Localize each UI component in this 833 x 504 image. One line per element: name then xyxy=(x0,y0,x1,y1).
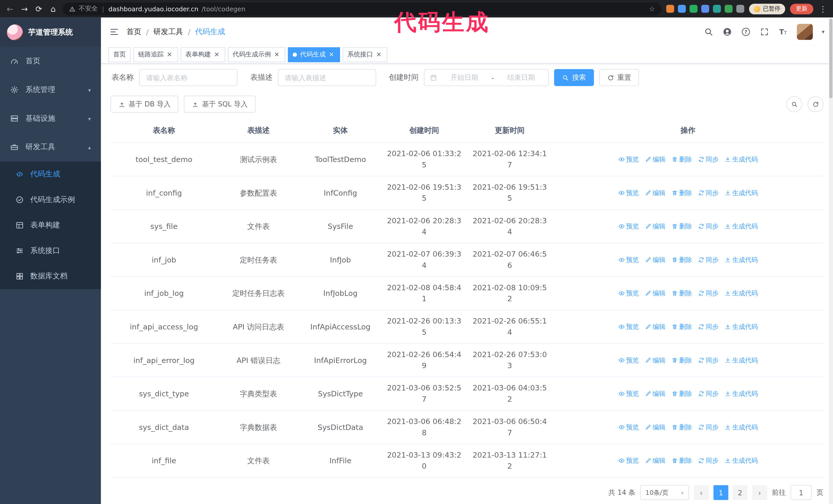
op-edit-link[interactable]: 编辑 xyxy=(645,422,665,433)
extension-puzzle-icon[interactable] xyxy=(736,5,744,13)
tab-表单构建[interactable]: 表单构建 × xyxy=(181,47,225,62)
sidebar-item-dev[interactable]: 研发工具 ▴ xyxy=(0,133,101,162)
page-button-1[interactable]: 1 xyxy=(714,485,729,500)
show-search-toggle[interactable] xyxy=(786,96,802,112)
browser-back-icon[interactable]: ← xyxy=(5,4,15,14)
op-delete-link[interactable]: 删除 xyxy=(671,288,692,299)
sidebar-subitem-codegen[interactable]: 代码生成 xyxy=(0,162,101,187)
breadcrumb-item[interactable]: 首页 xyxy=(126,27,141,37)
browser-forward-icon[interactable]: → xyxy=(20,4,29,14)
table-row[interactable]: tool_test_demo 测试示例表 ToolTestDemo 2021-0… xyxy=(111,143,824,176)
sidebar-subitem-form-builder[interactable]: 表单构建 xyxy=(0,213,101,238)
table-row[interactable]: inf_file 文件表 InfFile 2021-03-13 09:43:20… xyxy=(111,444,824,478)
op-generate-link[interactable]: 生成代码 xyxy=(724,254,758,266)
search-button[interactable]: 搜索 xyxy=(554,69,594,86)
op-sync-link[interactable]: 同步 xyxy=(698,187,718,199)
sidebar-item-infra[interactable]: 基础设施 ▾ xyxy=(0,104,101,133)
refresh-table-button[interactable] xyxy=(808,96,824,112)
extension-capture-icon[interactable] xyxy=(713,5,721,13)
extension-check-icon[interactable] xyxy=(689,5,697,13)
prev-page-button[interactable]: ‹ xyxy=(694,485,709,500)
op-generate-link[interactable]: 生成代码 xyxy=(724,388,758,400)
extension-people-icon[interactable] xyxy=(701,5,709,13)
op-delete-link[interactable]: 删除 xyxy=(671,187,692,199)
import-sql-button[interactable]: 基于 SQL 导入 xyxy=(184,96,256,113)
op-sync-link[interactable]: 同步 xyxy=(698,455,718,466)
table-row[interactable]: sys_file 文件表 SysFile 2021-02-06 20:28:34… xyxy=(111,210,824,243)
op-preview-link[interactable]: 预览 xyxy=(618,388,639,400)
table-row[interactable]: inf_api_error_log API 错误日志 InfApiErrorLo… xyxy=(111,343,824,377)
scrollbar-thumb[interactable] xyxy=(829,19,832,98)
op-generate-link[interactable]: 生成代码 xyxy=(724,455,758,466)
tab-close-icon[interactable]: × xyxy=(375,51,382,58)
op-preview-link[interactable]: 预览 xyxy=(618,321,639,333)
op-preview-link[interactable]: 预览 xyxy=(618,355,639,366)
address-bar[interactable]: 不安全 | dashboard.yudao.iocoder.cn /tool/c… xyxy=(63,2,662,15)
sidebar-item-home[interactable]: 首页 xyxy=(0,47,101,75)
page-scrollbar[interactable] xyxy=(829,18,833,504)
extension-drop-icon[interactable] xyxy=(678,5,686,13)
table-row[interactable]: sys_dict_type 字典类型表 SysDictType 2021-03-… xyxy=(111,377,824,411)
op-sync-link[interactable]: 同步 xyxy=(698,388,718,400)
op-edit-link[interactable]: 编辑 xyxy=(645,455,665,466)
tab-close-icon[interactable]: × xyxy=(328,51,335,58)
op-generate-link[interactable]: 生成代码 xyxy=(724,187,758,199)
reset-button[interactable]: 重置 xyxy=(599,69,639,86)
op-sync-link[interactable]: 同步 xyxy=(698,355,718,366)
font-size-icon[interactable] xyxy=(778,27,788,37)
tab-close-icon[interactable]: × xyxy=(166,51,173,58)
op-delete-link[interactable]: 删除 xyxy=(671,355,692,366)
op-generate-link[interactable]: 生成代码 xyxy=(724,154,758,165)
table-row[interactable]: inf_job_log 定时任务日志表 InfJobLog 2021-02-08… xyxy=(111,277,824,310)
op-edit-link[interactable]: 编辑 xyxy=(645,221,665,232)
op-delete-link[interactable]: 删除 xyxy=(671,321,692,333)
fullscreen-icon[interactable] xyxy=(760,27,769,37)
tab-代码生成示例[interactable]: 代码生成示例 × xyxy=(228,47,285,62)
op-delete-link[interactable]: 删除 xyxy=(671,221,692,232)
tab-close-icon[interactable]: × xyxy=(213,51,220,58)
op-sync-link[interactable]: 同步 xyxy=(698,254,718,266)
op-generate-link[interactable]: 生成代码 xyxy=(724,221,758,232)
help-icon[interactable] xyxy=(741,27,751,37)
breadcrumb-item[interactable]: 代码生成 xyxy=(195,27,225,37)
op-delete-link[interactable]: 删除 xyxy=(671,388,692,400)
tab-代码生成[interactable]: 代码生成 × xyxy=(288,47,340,62)
chevron-down-icon[interactable]: ▾ xyxy=(822,29,824,35)
table-desc-input[interactable] xyxy=(278,69,376,86)
op-edit-link[interactable]: 编辑 xyxy=(645,321,665,333)
op-edit-link[interactable]: 编辑 xyxy=(645,388,665,400)
op-preview-link[interactable]: 预览 xyxy=(618,187,639,199)
op-sync-link[interactable]: 同步 xyxy=(698,321,718,333)
tab-close-icon[interactable]: × xyxy=(273,51,280,58)
table-row[interactable]: inf_config 参数配置表 InfConfig 2021-02-06 19… xyxy=(111,176,824,210)
op-edit-link[interactable]: 编辑 xyxy=(645,154,665,165)
page-size-select[interactable]: 10条/页 ▾ xyxy=(640,485,689,500)
op-preview-link[interactable]: 预览 xyxy=(618,221,639,232)
op-delete-link[interactable]: 删除 xyxy=(671,254,692,266)
op-delete-link[interactable]: 删除 xyxy=(671,154,692,165)
sidebar-subitem-codegen-demo[interactable]: 代码生成示例 xyxy=(0,187,101,213)
browser-update-button[interactable]: 更新 xyxy=(790,3,813,14)
sidebar-item-system[interactable]: 系统管理 ▾ xyxy=(0,75,101,104)
op-preview-link[interactable]: 预览 xyxy=(618,254,639,266)
next-page-button[interactable]: › xyxy=(752,485,767,500)
table-row[interactable]: inf_job 定时任务表 InfJob 2021-02-07 06:39:34… xyxy=(111,243,824,277)
browser-home-icon[interactable]: ⌂ xyxy=(48,4,58,14)
goto-page-input[interactable] xyxy=(790,485,812,500)
op-generate-link[interactable]: 生成代码 xyxy=(724,422,758,433)
browser-menu-icon[interactable]: ⋮ xyxy=(818,4,828,14)
page-button-2[interactable]: 2 xyxy=(733,485,747,500)
create-time-range-picker[interactable]: 开始日期 - 结束日期 xyxy=(424,69,549,86)
op-edit-link[interactable]: 编辑 xyxy=(645,288,665,299)
extension-orange-icon[interactable] xyxy=(666,5,674,13)
browser-reload-icon[interactable]: ⟳ xyxy=(34,4,44,14)
sidebar-subitem-db-doc[interactable]: 数据库文档 xyxy=(0,264,101,289)
table-row[interactable]: sys_dict_data 字典数据表 SysDictData 2021-03-… xyxy=(111,410,824,444)
tab-链路追踪[interactable]: 链路追踪 × xyxy=(133,47,178,62)
op-generate-link[interactable]: 生成代码 xyxy=(724,288,758,299)
breadcrumb-item[interactable]: 研发工具 xyxy=(153,27,183,37)
op-generate-link[interactable]: 生成代码 xyxy=(724,321,758,333)
search-icon[interactable] xyxy=(704,27,713,37)
table-name-input[interactable] xyxy=(139,69,237,86)
op-preview-link[interactable]: 预览 xyxy=(618,455,639,466)
